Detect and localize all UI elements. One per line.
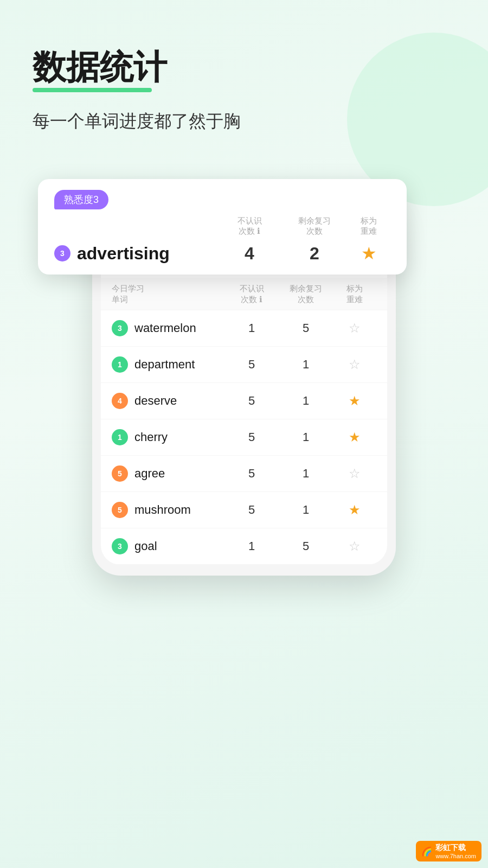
unrecognized-count: 1 — [224, 539, 279, 553]
table-row: 3 goal 1 5 ☆ — [101, 528, 387, 565]
col-unrecognized: 不认识次数 ℹ — [224, 283, 279, 304]
col-unrecognized-header: 不认识次数 ℹ — [217, 216, 282, 237]
table-row: 3 watermelon 1 5 ☆ — [101, 310, 387, 347]
highlight-word-text: advertising — [77, 244, 170, 264]
table-row: 5 agree 5 1 ☆ — [101, 456, 387, 492]
card-header-row: 不认识次数 ℹ 剩余复习次数 标为重难 — [54, 216, 390, 237]
star-icon[interactable]: ★ — [349, 393, 361, 408]
main-title: 数据统计 — [33, 49, 241, 92]
phone-wrapper: 熟悉度3 不认识次数 ℹ 剩余复习次数 标为重难 3 advertising 4… — [60, 195, 428, 576]
remaining-count: 1 — [279, 503, 333, 517]
familiarity-tag: 熟悉度3 — [54, 190, 108, 209]
word-badge: 5 — [112, 502, 128, 518]
word-badge: 1 — [112, 356, 128, 373]
highlight-word-cell: 3 advertising — [54, 244, 217, 264]
star-cell[interactable]: ☆ — [333, 357, 376, 372]
word-cell: 3 goal — [112, 538, 224, 554]
table-row: 4 deserve 5 1 ★ — [101, 383, 387, 419]
highlight-unrecognized: 4 — [217, 244, 282, 264]
table-row: 5 mushroom 5 1 ★ — [101, 492, 387, 528]
unrecognized-count: 5 — [224, 430, 279, 444]
word-rows-container: 3 watermelon 1 5 ☆ 1 department 5 1 ☆ 4 … — [101, 310, 387, 565]
star-cell[interactable]: ★ — [333, 502, 376, 518]
word-cell: 1 cherry — [112, 429, 224, 445]
watermark: 🌈 彩虹下载 www.7han.com — [416, 841, 481, 861]
word-badge: 1 — [112, 429, 128, 445]
word-badge: 3 — [112, 320, 128, 336]
title-underline — [33, 88, 152, 92]
highlight-card: 熟悉度3 不认识次数 ℹ 剩余复习次数 标为重难 3 advertising 4… — [38, 179, 407, 275]
col-word-header — [54, 216, 217, 237]
col-today-word: 今日学习单词 — [112, 283, 224, 304]
word-badge: 3 — [112, 538, 128, 554]
word-badge: 4 — [112, 393, 128, 409]
unrecognized-count: 5 — [224, 394, 279, 408]
col-mark-header: 标为重难 — [347, 216, 390, 237]
unrecognized-count: 5 — [224, 503, 279, 517]
col-remaining: 剩余复习次数 — [279, 283, 333, 304]
star-cell[interactable]: ★ — [333, 430, 376, 445]
highlight-remaining: 2 — [282, 244, 347, 264]
remaining-count: 5 — [279, 321, 333, 335]
star-icon[interactable]: ★ — [349, 502, 361, 517]
word-name: watermelon — [134, 321, 196, 335]
star-cell[interactable]: ☆ — [333, 321, 376, 336]
watermark-title: 彩虹下载 — [435, 843, 476, 853]
watermark-icon: 🌈 — [421, 846, 432, 857]
table-row: 1 cherry 5 1 ★ — [101, 419, 387, 456]
highlight-row: 3 advertising 4 2 ★ — [54, 243, 390, 264]
word-cell: 3 watermelon — [112, 320, 224, 336]
highlight-badge: 3 — [54, 245, 70, 261]
word-cell: 4 deserve — [112, 393, 224, 409]
star-cell[interactable]: ☆ — [333, 466, 376, 481]
remaining-count: 1 — [279, 358, 333, 372]
col-mark-hard: 标为重难 — [333, 283, 376, 304]
word-cell: 5 agree — [112, 465, 224, 482]
unrecognized-count: 5 — [224, 467, 279, 481]
unrecognized-count: 5 — [224, 358, 279, 372]
word-cell: 5 mushroom — [112, 502, 224, 518]
header-section: 数据统计 每一个单词进度都了然于胸 — [33, 49, 241, 133]
word-list: 今日学习单词 不认识次数 ℹ 剩余复习次数 标为重难 3 watermelon … — [101, 278, 387, 565]
table-row: 1 department 5 1 ☆ — [101, 347, 387, 383]
star-icon[interactable]: ☆ — [349, 466, 361, 481]
star-icon[interactable]: ☆ — [349, 321, 361, 335]
watermark-content: 彩虹下载 www.7han.com — [435, 843, 476, 859]
star-icon[interactable]: ☆ — [349, 539, 361, 553]
word-name: department — [134, 358, 195, 372]
unrecognized-count: 1 — [224, 321, 279, 335]
col-remaining-header: 剩余复习次数 — [282, 216, 347, 237]
watermark-url: www.7han.com — [435, 853, 476, 859]
word-name: agree — [134, 467, 165, 481]
remaining-count: 5 — [279, 539, 333, 553]
highlight-star[interactable]: ★ — [347, 243, 390, 264]
remaining-count: 1 — [279, 430, 333, 444]
word-name: cherry — [134, 430, 168, 444]
table-header-row: 今日学习单词 不认识次数 ℹ 剩余复习次数 标为重难 — [101, 278, 387, 310]
word-badge: 5 — [112, 465, 128, 482]
word-name: deserve — [134, 394, 177, 408]
remaining-count: 1 — [279, 467, 333, 481]
remaining-count: 1 — [279, 394, 333, 408]
star-icon[interactable]: ★ — [349, 430, 361, 444]
word-cell: 1 department — [112, 356, 224, 373]
star-cell[interactable]: ☆ — [333, 539, 376, 554]
word-name: mushroom — [134, 503, 191, 517]
star-icon[interactable]: ☆ — [349, 357, 361, 372]
subtitle: 每一个单词进度都了然于胸 — [33, 110, 241, 133]
star-cell[interactable]: ★ — [333, 393, 376, 409]
word-name: goal — [134, 539, 157, 553]
